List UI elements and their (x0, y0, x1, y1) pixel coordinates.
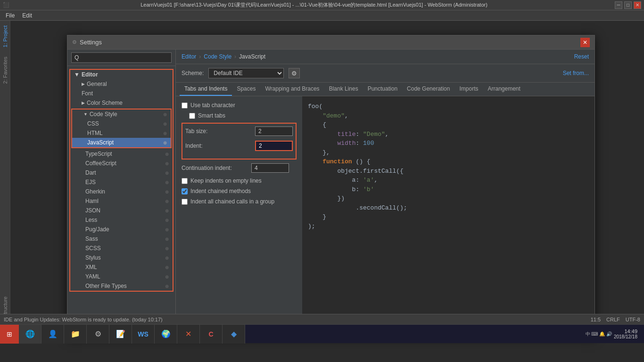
editor-section-box: ▼ Editor ▶ General Font (69, 69, 173, 292)
tab-size-input[interactable] (255, 126, 293, 136)
sidebar-item-dart[interactable]: Dart ⊕ (70, 168, 173, 177)
indent-all-chained-row: Indent all chained calls in a group (182, 198, 297, 205)
maximize-button[interactable]: □ (624, 1, 632, 9)
scheme-select[interactable]: Default IDE (208, 68, 284, 78)
continuation-indent-label: Continuation indent: (182, 165, 248, 171)
sidebar-item-sass[interactable]: Sass ⊕ (70, 234, 173, 244)
taskbar-app-7[interactable]: 🌍 (155, 325, 177, 344)
code-style-section-box: ▼ Code Style ⊕ CSS ⊕ HTM (71, 109, 172, 148)
tab-code-generation[interactable]: Code Generation (402, 83, 454, 96)
indent-all-chained-checkbox[interactable] (182, 199, 188, 205)
indent-input[interactable] (255, 141, 293, 151)
breadcrumb-editor[interactable]: Editor (182, 53, 196, 60)
sidebar-item-xml[interactable]: XML ⊕ (70, 262, 173, 272)
scheme-gear-button[interactable]: ⚙ (289, 68, 300, 78)
sidebar-item-json[interactable]: JSON ⊕ (70, 206, 173, 215)
status-right: 11:5 CRLF UTF-8 (591, 317, 640, 322)
settings-controls: Use tab character Smart tabs (176, 96, 302, 317)
sidebar-item-general[interactable]: ▶ General (70, 79, 173, 89)
code-line-7: function () { (308, 157, 589, 167)
sidebar-item-yaml[interactable]: YAML ⊕ (70, 272, 173, 281)
tab-tabs-and-indents[interactable]: Tabs and Indents (180, 83, 232, 96)
code-style-label: Code Style (90, 111, 117, 118)
reset-button[interactable]: Reset (574, 53, 589, 60)
window-title: LearnVuejs01 [F:\share\13-Vuejs\Day 01\课… (13, 1, 615, 8)
dialog-close-button[interactable]: ✕ (580, 38, 590, 47)
sidebar-item-other-file-types[interactable]: Other File Types ⊕ (70, 281, 173, 291)
taskbar-app-10[interactable]: ◆ (223, 325, 245, 344)
menu-bar: File Edit (0, 10, 644, 21)
status-encoding: UTF-8 (626, 317, 640, 322)
tab-wrapping-and-braces[interactable]: Wrapping and Braces (260, 83, 324, 96)
taskbar-app-9[interactable]: C (200, 325, 223, 344)
sidebar-item-font[interactable]: Font (70, 89, 173, 98)
settings-search-input[interactable] (71, 52, 172, 63)
sidebar-tree: ▼ Editor ▶ General Font (67, 66, 175, 337)
code-line-3: { (308, 120, 589, 130)
indent-chained-checkbox[interactable] (182, 188, 188, 194)
indent-label: Indent: (185, 143, 251, 149)
sidebar-item-coffeescript[interactable]: CoffeeScript ⊕ (70, 159, 173, 168)
editor-label: Editor (82, 71, 98, 78)
sidebar-item-color-scheme[interactable]: ▶ Color Scheme (70, 98, 173, 108)
javascript-label: JavaScript (87, 139, 114, 146)
sidebar-item-ejs[interactable]: EJS ⊕ (70, 177, 173, 187)
taskbar-app-4[interactable]: ⚙ (87, 325, 109, 344)
sidebar-tab-favorites[interactable]: 2: Favorites (0, 52, 10, 88)
set-from-link[interactable]: Set from... (563, 70, 589, 76)
tab-imports[interactable]: Imports (454, 83, 483, 96)
pug-label: Pug/Jade (85, 226, 109, 233)
taskbar-apps: 🌐 👤 📁 ⚙ 📝 WS 🌍 ✕ C (19, 325, 586, 344)
code-line-2: "demo", (308, 111, 589, 121)
sidebar-item-editor[interactable]: ▼ Editor (70, 70, 173, 79)
tab-arrangement[interactable]: Arrangement (483, 83, 525, 96)
taskbar-app-3[interactable]: 📁 (64, 325, 87, 344)
close-button[interactable]: ✕ (634, 1, 641, 9)
taskbar-app-1[interactable]: 🌐 (19, 325, 41, 344)
taskbar-app-8[interactable]: ✕ (177, 325, 200, 344)
sidebar-item-less[interactable]: Less ⊕ (70, 215, 173, 225)
sidebar-item-html[interactable]: HTML ⊕ (72, 128, 171, 138)
smart-tabs-row: Smart tabs (182, 112, 297, 119)
status-message: IDE and Plugin Updates: WebStorm is read… (4, 317, 163, 322)
tab-blank-lines[interactable]: Blank Lines (324, 83, 363, 96)
sidebar-item-typescript[interactable]: TypeScript ⊕ (70, 149, 173, 159)
sidebar-item-css[interactable]: CSS ⊕ (72, 119, 171, 128)
keep-indents-label: Keep indents on empty lines (190, 177, 262, 184)
dart-label: Dart (85, 169, 96, 176)
use-tab-character-checkbox[interactable] (182, 102, 188, 109)
code-line-4: title: "Demo", (308, 130, 589, 139)
editor-area: ⚙ Settings ✕ (10, 21, 644, 322)
stylus-label: Stylus (85, 254, 101, 261)
keep-indents-checkbox[interactable] (182, 178, 188, 184)
taskbar-app-5[interactable]: 📝 (109, 325, 132, 344)
start-button[interactable]: ⊞ (0, 325, 19, 344)
sidebar-item-pug[interactable]: Pug/Jade ⊕ (70, 225, 173, 234)
menu-file[interactable]: File (2, 10, 18, 21)
sidebar-item-haml[interactable]: Haml ⊕ (70, 196, 173, 206)
indent-chained-label: Indent chained methods (190, 188, 251, 194)
menu-edit[interactable]: Edit (18, 10, 36, 21)
sidebar-item-gherkin[interactable]: Gherkin ⊕ (70, 187, 173, 196)
taskbar-app-2[interactable]: 👤 (41, 325, 64, 344)
haml-label: Haml (85, 198, 99, 204)
sidebar-item-code-style[interactable]: ▼ Code Style ⊕ (72, 109, 171, 119)
taskbar-app-6[interactable]: WS (132, 325, 155, 344)
json-label: JSON (85, 207, 100, 214)
smart-tabs-checkbox[interactable] (189, 113, 195, 119)
dialog-title: Settings (80, 39, 580, 46)
sidebar-tab-project[interactable]: 1: Project (0, 21, 10, 52)
tab-size-row: Tab size: (185, 126, 293, 136)
settings-dialog: ⚙ Settings ✕ (67, 35, 595, 337)
minimize-button[interactable]: ─ (615, 1, 622, 9)
breadcrumb-code-style[interactable]: Code Style (204, 53, 231, 60)
sidebar-item-javascript[interactable]: JavaScript ⊕ (72, 138, 171, 147)
coffeescript-label: CoffeeScript (85, 160, 116, 167)
sidebar-item-stylus[interactable]: Stylus ⊕ (70, 253, 173, 262)
breadcrumb-bar: Editor › Code Style › JavaScript Reset (176, 50, 594, 64)
continuation-indent-input[interactable] (251, 163, 289, 173)
tab-spaces[interactable]: Spaces (232, 83, 260, 96)
typescript-label: TypeScript (85, 151, 112, 157)
tab-punctuation[interactable]: Punctuation (363, 83, 402, 96)
sidebar-item-scss[interactable]: SCSS ⊕ (70, 244, 173, 253)
